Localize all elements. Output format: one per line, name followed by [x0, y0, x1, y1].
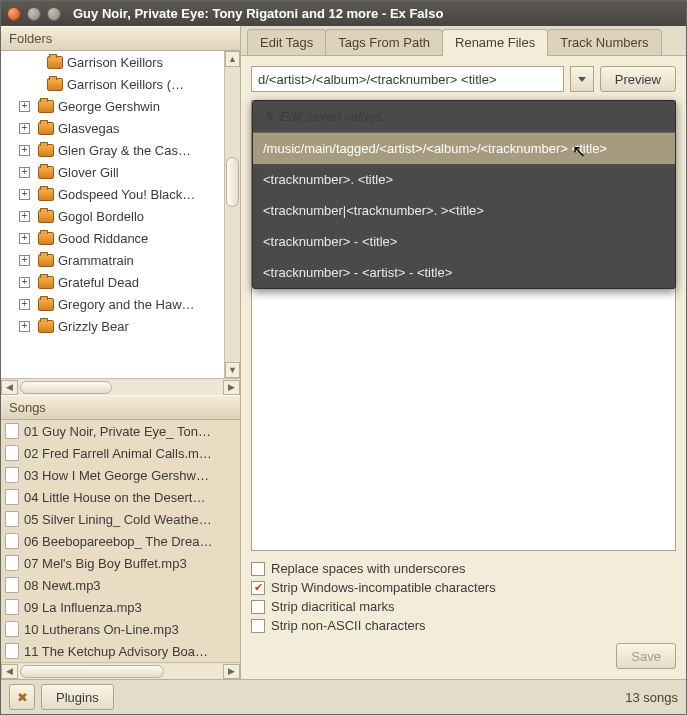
song-count: 13 songs	[625, 690, 678, 705]
folder-row[interactable]: +Grizzly Bear	[1, 315, 240, 337]
folder-icon	[38, 122, 54, 135]
dropdown-option[interactable]: <tracknumber> - <artist> - <title>	[253, 257, 675, 288]
folder-label: Glen Gray & the Cas…	[58, 143, 191, 158]
tab-bar: Edit TagsTags From PathRename FilesTrack…	[241, 26, 686, 56]
song-row[interactable]: 07 Mel's Big Boy Buffet.mp3	[1, 552, 240, 574]
file-icon	[5, 533, 19, 549]
expander-icon[interactable]: +	[19, 167, 30, 178]
song-label: 10 Lutherans On-Line.mp3	[24, 622, 179, 637]
minimize-icon[interactable]	[27, 7, 41, 21]
folder-row[interactable]: +Gregory and the Haw…	[1, 293, 240, 315]
check-underscores[interactable]: Replace spaces with underscores	[251, 561, 676, 576]
pencil-icon: ✎	[263, 109, 274, 124]
dropdown-edit-saved[interactable]: ✎ Edit saved values…	[253, 101, 675, 133]
folder-row[interactable]: +Glover Gill	[1, 161, 240, 183]
tab-track-numbers[interactable]: Track Numbers	[547, 29, 661, 55]
pattern-dropdown-button[interactable]	[570, 66, 594, 92]
expander-icon[interactable]: +	[19, 189, 30, 200]
folder-icon	[47, 56, 63, 69]
folders-header: Folders	[1, 26, 240, 51]
folder-row[interactable]: +Gogol Bordello	[1, 205, 240, 227]
check-windows[interactable]: Strip Windows-incompatible characters	[251, 580, 676, 595]
folder-icon	[38, 188, 54, 201]
song-row[interactable]: 04 Little House on the Desert…	[1, 486, 240, 508]
song-label: 05 Silver Lining_ Cold Weathe…	[24, 512, 212, 527]
song-row[interactable]: 03 How I Met George Gershw…	[1, 464, 240, 486]
expander-icon[interactable]: +	[19, 101, 30, 112]
folder-row[interactable]: +Glasvegas	[1, 117, 240, 139]
folder-label: Grateful Dead	[58, 275, 139, 290]
settings-button[interactable]: ✖	[9, 684, 35, 710]
check-ascii[interactable]: Strip non-ASCII characters	[251, 618, 676, 633]
folder-icon	[38, 144, 54, 157]
file-icon	[5, 599, 19, 615]
folder-icon	[38, 276, 54, 289]
window-title: Guy Noir, Private Eye: Tony Rigatoni and…	[73, 6, 680, 21]
folder-row[interactable]: Garrison Keillors	[1, 51, 240, 73]
folder-label: Glasvegas	[58, 121, 119, 136]
songs-list[interactable]: 01 Guy Noir, Private Eye_ Ton…02 Fred Fa…	[1, 420, 240, 662]
folder-row[interactable]: +George Gershwin	[1, 95, 240, 117]
folder-icon	[38, 254, 54, 267]
song-row[interactable]: 10 Lutherans On-Line.mp3	[1, 618, 240, 640]
tab-edit-tags[interactable]: Edit Tags	[247, 29, 326, 55]
file-icon	[5, 511, 19, 527]
folder-row[interactable]: +Glen Gray & the Cas…	[1, 139, 240, 161]
folders-vscroll[interactable]: ▲ ▼	[224, 51, 240, 378]
pattern-input[interactable]: d/<artist>/<album>/<tracknumber> <title>	[251, 66, 564, 92]
folders-tree[interactable]: Garrison KeillorsGarrison Keillors (…+Ge…	[1, 51, 240, 378]
file-icon	[5, 489, 19, 505]
song-row[interactable]: 11 The Ketchup Advisory Boa…	[1, 640, 240, 662]
folder-icon	[38, 166, 54, 179]
close-icon[interactable]	[7, 7, 21, 21]
file-icon	[5, 467, 19, 483]
wrench-icon: ✖	[17, 690, 28, 705]
song-label: 06 Beebopareebop_ The Drea…	[24, 534, 212, 549]
song-row[interactable]: 09 La Influenza.mp3	[1, 596, 240, 618]
songs-header: Songs	[1, 395, 240, 420]
maximize-icon[interactable]	[47, 7, 61, 21]
expander-icon[interactable]: +	[19, 145, 30, 156]
save-button[interactable]: Save	[616, 643, 676, 669]
folder-row[interactable]: +Godspeed You! Black…	[1, 183, 240, 205]
song-label: 08 Newt.mp3	[24, 578, 101, 593]
pattern-dropdown-menu[interactable]: ✎ Edit saved values… /music/main/tagged/…	[252, 100, 676, 289]
preview-button[interactable]: Preview	[600, 66, 676, 92]
expander-icon[interactable]: +	[19, 277, 30, 288]
dropdown-option[interactable]: <tracknumber>. <title>	[253, 164, 675, 195]
expander-icon[interactable]: +	[19, 211, 30, 222]
expander-icon[interactable]: +	[19, 255, 30, 266]
chevron-down-icon	[578, 77, 586, 82]
song-row[interactable]: 06 Beebopareebop_ The Drea…	[1, 530, 240, 552]
dropdown-option[interactable]: /music/main/tagged/<artist>/<album>/<tra…	[253, 133, 675, 164]
expander-icon[interactable]: +	[19, 299, 30, 310]
folder-row[interactable]: +Grammatrain	[1, 249, 240, 271]
song-row[interactable]: 02 Fred Farrell Animal Calls.m…	[1, 442, 240, 464]
folder-label: Gregory and the Haw…	[58, 297, 195, 312]
song-row[interactable]: 08 Newt.mp3	[1, 574, 240, 596]
check-diacritical[interactable]: Strip diacritical marks	[251, 599, 676, 614]
bottom-bar: ✖ Plugins 13 songs	[1, 679, 686, 714]
folder-row[interactable]: +Good Riddance	[1, 227, 240, 249]
expander-icon[interactable]: +	[19, 321, 30, 332]
song-label: 11 The Ketchup Advisory Boa…	[24, 644, 208, 659]
dropdown-option[interactable]: <tracknumber> - <title>	[253, 226, 675, 257]
folders-hscroll[interactable]: ◀▶	[1, 378, 240, 395]
plugins-button[interactable]: Plugins	[41, 684, 114, 710]
song-row[interactable]: 05 Silver Lining_ Cold Weathe…	[1, 508, 240, 530]
folder-label: Garrison Keillors	[67, 55, 163, 70]
file-icon	[5, 577, 19, 593]
song-row[interactable]: 01 Guy Noir, Private Eye_ Ton…	[1, 420, 240, 442]
expander-icon[interactable]: +	[19, 233, 30, 244]
folder-row[interactable]: Garrison Keillors (…	[1, 73, 240, 95]
expander-icon[interactable]: +	[19, 123, 30, 134]
folder-label: Grammatrain	[58, 253, 134, 268]
song-label: 07 Mel's Big Boy Buffet.mp3	[24, 556, 187, 571]
folder-row[interactable]: +Grateful Dead	[1, 271, 240, 293]
titlebar: Guy Noir, Private Eye: Tony Rigatoni and…	[1, 1, 686, 26]
songs-hscroll[interactable]: ◀▶	[1, 662, 240, 679]
tab-rename-files[interactable]: Rename Files	[442, 29, 548, 56]
tab-tags-from-path[interactable]: Tags From Path	[325, 29, 443, 55]
file-icon	[5, 445, 19, 461]
dropdown-option[interactable]: <tracknumber|<tracknumber>. ><title>	[253, 195, 675, 226]
